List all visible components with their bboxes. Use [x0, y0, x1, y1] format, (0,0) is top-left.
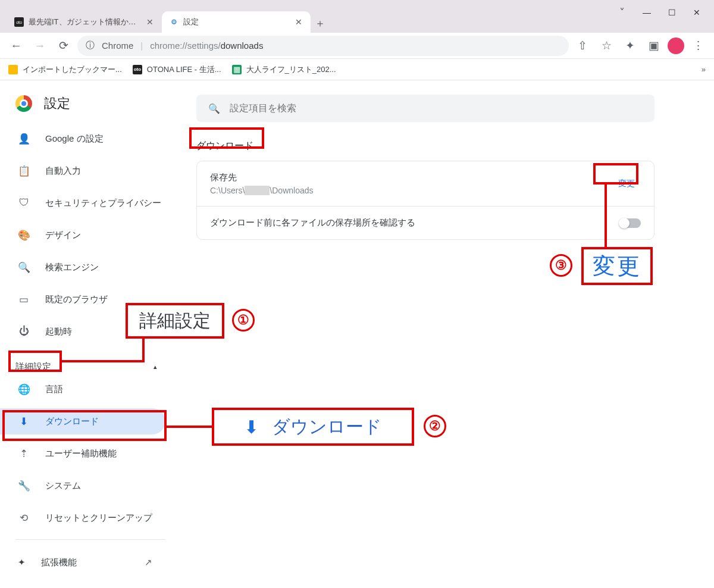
sidebar-item-extensions[interactable]: ✦拡張機能↗ [0, 549, 178, 576]
gear-icon: ⚙ [169, 17, 178, 27]
person-icon: 👤 [18, 133, 30, 145]
sidebar-item-autofill[interactable]: 📋自動入力 [0, 158, 178, 184]
new-tab-button[interactable]: ＋ [311, 14, 330, 33]
settings-main: 🔍 ダウンロード 保存先 C:\Users\xxxxxx\Downloads 変… [178, 80, 714, 588]
change-location-button[interactable]: 変更 [612, 175, 641, 193]
window-controls: ˅ — ☐ ✕ [605, 0, 714, 25]
omnibox[interactable]: ⓘ Chrome | chrome://settings/downloads [77, 36, 569, 56]
chrome-logo-icon [15, 95, 32, 112]
ask-toggle[interactable] [619, 218, 641, 228]
maximize-button[interactable]: ☐ [668, 8, 676, 17]
sidebar-item-security[interactable]: 🛡セキュリティとプライバシー [0, 190, 178, 216]
accessibility-icon: ⇡ [18, 448, 30, 460]
sidebar-advanced-toggle[interactable]: 詳細設定▴ [0, 351, 178, 376]
sidebar-item-search-engine[interactable]: 🔍検索エンジン [0, 254, 178, 280]
toolbar: ← → ⟳ ⓘ Chrome | chrome://settings/downl… [0, 33, 714, 59]
settings-search[interactable]: 🔍 [196, 95, 654, 122]
close-window-button[interactable]: ✕ [693, 8, 701, 17]
bookmark-item-1[interactable]: otoOTONA LIFE - 生活... [133, 64, 221, 75]
page-title: ダウンロード [196, 140, 253, 152]
sidebar-item-appearance[interactable]: 🎨デザイン [0, 222, 178, 248]
sidebar-item-default-browser[interactable]: ▭既定のブラウザ [0, 286, 178, 312]
forward-button[interactable]: → [30, 36, 50, 56]
tab-title-0: 最先端IT、ガジェット情報からアナログ [29, 17, 140, 27]
sidebar-item-reset[interactable]: ⟲リセットとクリーンアップ [0, 505, 178, 531]
launch-icon: ↗ [145, 557, 152, 568]
reload-button[interactable]: ⟳ [54, 36, 74, 56]
chevron-down-icon[interactable]: ˅ [618, 6, 626, 19]
favicon-icon: oto [133, 65, 142, 74]
location-label: 保存先 [210, 172, 314, 183]
share-button[interactable]: ⇧ [572, 36, 593, 56]
location-path: C:\Users\xxxxxx\Downloads [210, 186, 314, 195]
close-icon[interactable]: ✕ [294, 17, 303, 27]
clipboard-icon: 📋 [18, 165, 30, 177]
search-icon: 🔍 [208, 103, 220, 114]
globe-icon: 🌐 [18, 383, 30, 396]
bookmarks-bar: インポートしたブックマー... otoOTONA LIFE - 生活... ▦大… [0, 59, 714, 80]
settings-sidebar: 設定 👤Google の設定 📋自動入力 🛡セキュリティとプライバシー 🎨デザイ… [0, 80, 178, 588]
settings-title: 設定 [44, 95, 70, 112]
bookmarks-overflow-button[interactable]: » [702, 65, 706, 74]
ask-before-download-row: ダウンロード前に各ファイルの保存場所を確認する [197, 206, 654, 239]
minimize-button[interactable]: — [643, 8, 651, 17]
url-text: chrome://settings/downloads [150, 40, 263, 51]
folder-icon [8, 65, 18, 74]
sidebar-item-system[interactable]: 🔧システム [0, 473, 178, 499]
tab-1[interactable]: ⚙ 設定 ✕ [162, 11, 311, 33]
download-icon: ⬇ [18, 415, 30, 428]
back-button[interactable]: ← [6, 36, 26, 56]
extension-icon: ✦ [18, 557, 26, 568]
palette-icon: 🎨 [18, 229, 30, 242]
browser-icon: ▭ [18, 293, 30, 306]
side-panel-button[interactable]: ▣ [644, 36, 664, 56]
bookmark-item-0[interactable]: インポートしたブックマー... [8, 64, 122, 75]
favicon-oto: oto [14, 17, 24, 27]
sidebar-item-accessibility[interactable]: ⇡ユーザー補助機能 [0, 440, 178, 467]
sheets-icon: ▦ [232, 65, 242, 74]
search-icon: 🔍 [18, 261, 30, 274]
site-info-icon[interactable]: ⓘ [86, 40, 95, 51]
site-label: Chrome [102, 40, 133, 51]
shield-icon: 🛡 [18, 197, 30, 209]
reset-icon: ⟲ [18, 512, 30, 524]
bookmark-star-button[interactable]: ☆ [596, 36, 616, 56]
tab-title-1: 設定 [183, 17, 289, 27]
close-icon[interactable]: ✕ [145, 17, 155, 27]
profile-avatar[interactable] [668, 37, 684, 54]
power-icon: ⏻ [18, 326, 30, 337]
wrench-icon: 🔧 [18, 480, 30, 492]
ask-label: ダウンロード前に各ファイルの保存場所を確認する [210, 217, 415, 229]
sidebar-item-google[interactable]: 👤Google の設定 [0, 126, 178, 152]
sidebar-item-downloads[interactable]: ⬇ダウンロード [0, 408, 165, 434]
bookmark-item-2[interactable]: ▦大人ライフ_リスト_202... [232, 64, 336, 75]
download-location-row: 保存先 C:\Users\xxxxxx\Downloads 変更 [197, 161, 654, 206]
kebab-menu-button[interactable]: ⋮ [688, 36, 708, 56]
tab-0[interactable]: oto 最先端IT、ガジェット情報からアナログ ✕ [7, 11, 162, 33]
extensions-button[interactable]: ✦ [620, 36, 640, 56]
downloads-card: 保存先 C:\Users\xxxxxx\Downloads 変更 ダウンロード前… [196, 161, 654, 240]
settings-search-input[interactable] [230, 103, 643, 114]
sidebar-item-language[interactable]: 🌐言語 [0, 376, 178, 402]
sidebar-item-startup[interactable]: ⏻起動時 [0, 318, 178, 345]
chevron-up-icon: ▴ [154, 363, 157, 371]
